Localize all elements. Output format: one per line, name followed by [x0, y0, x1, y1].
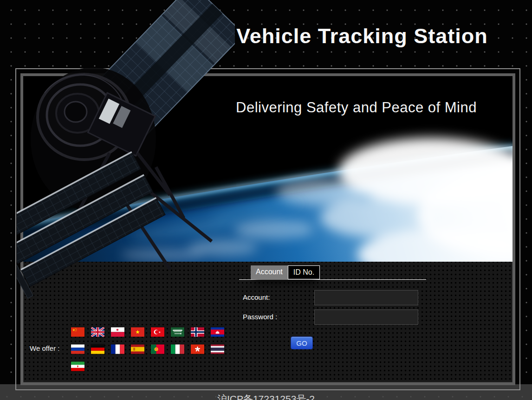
- page-title: Vehicle Tracking Station: [232, 24, 492, 48]
- hero-tagline: Delivering Safety and Peace of Mind: [236, 99, 477, 116]
- tab-account[interactable]: Account: [251, 265, 288, 279]
- flag-it-icon[interactable]: [171, 344, 184, 354]
- flag-no-icon[interactable]: [191, 327, 204, 337]
- flag-fr-icon[interactable]: [111, 344, 124, 354]
- flag-hk-icon[interactable]: [191, 344, 204, 354]
- go-button[interactable]: GO: [291, 336, 313, 349]
- language-flags: [71, 327, 229, 371]
- account-label: Account:: [243, 293, 270, 301]
- flag-ru-icon[interactable]: [71, 344, 84, 354]
- flag-pt-icon[interactable]: [151, 344, 164, 354]
- stage-background: Vehicle Tracking Station: [0, 0, 532, 384]
- tab-id-no[interactable]: ID No.: [288, 265, 320, 279]
- flag-de-icon[interactable]: [91, 344, 104, 354]
- icp-footer: 沪ICP备17231253号-2: [0, 393, 532, 400]
- login-tabs: Account ID No.: [251, 265, 320, 279]
- account-input[interactable]: [314, 290, 418, 305]
- flag-vn-icon[interactable]: [131, 327, 144, 337]
- flag-pl-icon[interactable]: [111, 327, 124, 337]
- flag-tr-icon[interactable]: [151, 327, 164, 337]
- flag-cn-icon[interactable]: [71, 327, 84, 337]
- flag-ir-icon[interactable]: [71, 361, 84, 371]
- flag-es-icon[interactable]: [131, 344, 144, 354]
- password-label: Password :: [243, 313, 277, 321]
- password-input[interactable]: [314, 310, 418, 325]
- tab-underline: [239, 279, 426, 280]
- flag-sa-icon[interactable]: [171, 327, 184, 337]
- main-panel: Delivering Safety and Peace of Mind Acco…: [20, 73, 515, 385]
- flag-th-icon[interactable]: [211, 344, 224, 354]
- flag-gb-icon[interactable]: [91, 327, 104, 337]
- hero-image: Delivering Safety and Peace of Mind: [23, 76, 513, 262]
- page: { "page": { "title": "Vehicle Tracking S…: [0, 0, 532, 400]
- flag-kh-icon[interactable]: [211, 327, 224, 337]
- we-offer-label: We offer :: [30, 344, 59, 352]
